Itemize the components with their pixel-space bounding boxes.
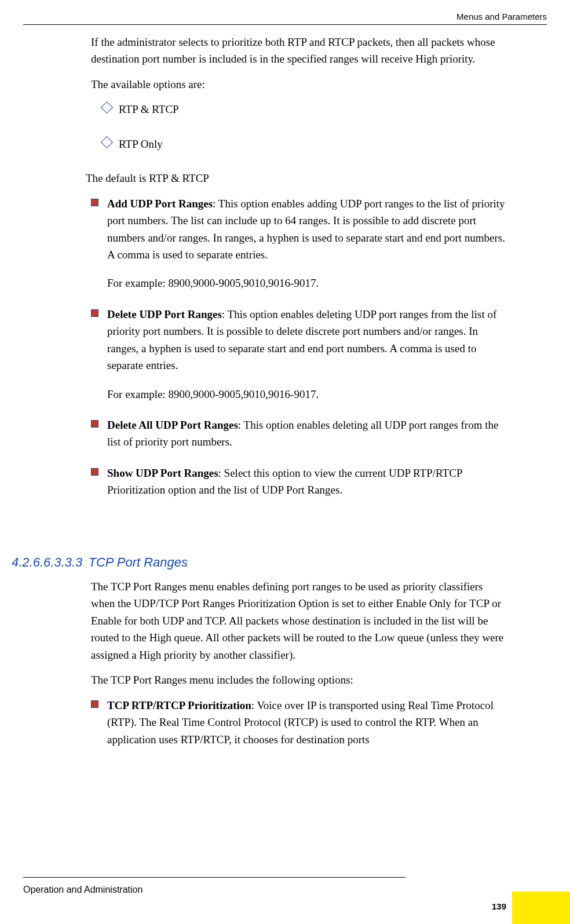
square-icon — [91, 309, 98, 317]
list-item: Delete UDP Port Ranges: This option enab… — [91, 306, 508, 403]
paragraph: The TCP Port Ranges menu includes the fo… — [91, 671, 508, 688]
paragraph: The available options are: — [91, 76, 508, 93]
section-title: TCP Port Ranges — [88, 555, 188, 570]
example-text: For example: 8900,9000-9005,9010,9016-90… — [107, 275, 508, 291]
paragraph: The TCP Port Ranges menu enables definin… — [91, 578, 508, 663]
square-icon — [91, 199, 98, 206]
header-right-text: Menus and Parameters — [0, 12, 547, 21]
paragraph: If the administrator selects to prioriti… — [91, 34, 508, 68]
list-item: Show UDP Port Ranges: Select this option… — [91, 465, 508, 499]
list-item: RTP Only — [103, 136, 508, 152]
item-title: Delete UDP Port Ranges — [107, 308, 222, 320]
diamond-icon — [101, 101, 113, 114]
item-title: Add UDP Port Ranges — [107, 198, 213, 210]
square-icon — [91, 700, 98, 708]
list-item: RTP & RTCP — [103, 101, 508, 118]
tcp-content: The TCP Port Ranges menu enables definin… — [91, 578, 508, 762]
yellow-accent — [512, 892, 570, 924]
square-icon — [91, 468, 98, 476]
footer-text: Operation and Administration — [23, 885, 142, 895]
header-rule — [23, 24, 547, 25]
default-text: The default is RTP & RTCP — [86, 170, 508, 187]
option-text: RTP & RTCP — [119, 103, 179, 115]
section-heading: 4.2.6.6.3.3.3 TCP Port Ranges — [12, 555, 188, 570]
tcp-items-list: TCP RTP/RTCP Prioritization: Voice over … — [91, 697, 508, 748]
udp-items-list: Add UDP Port Ranges: This option enables… — [91, 195, 508, 499]
section-number: 4.2.6.6.3.3.3 — [12, 555, 82, 570]
list-item: Delete All UDP Port Ranges: This option … — [91, 417, 508, 451]
item-title: TCP RTP/RTCP Prioritization — [107, 699, 251, 711]
diamond-icon — [101, 136, 113, 148]
main-content: If the administrator selects to prioriti… — [91, 34, 508, 513]
example-text: For example: 8900,9000-9005,9010,9016-90… — [107, 386, 508, 403]
page-number: 139 — [492, 901, 506, 911]
list-item: TCP RTP/RTCP Prioritization: Voice over … — [91, 697, 508, 748]
item-title: Delete All UDP Port Ranges — [107, 419, 238, 431]
item-title: Show UDP Port Ranges — [107, 467, 218, 479]
list-item: Add UDP Port Ranges: This option enables… — [91, 195, 508, 292]
footer-rule — [23, 877, 405, 878]
square-icon — [91, 420, 98, 428]
option-text: RTP Only — [119, 138, 163, 150]
options-list: RTP & RTCP RTP Only — [91, 101, 508, 152]
